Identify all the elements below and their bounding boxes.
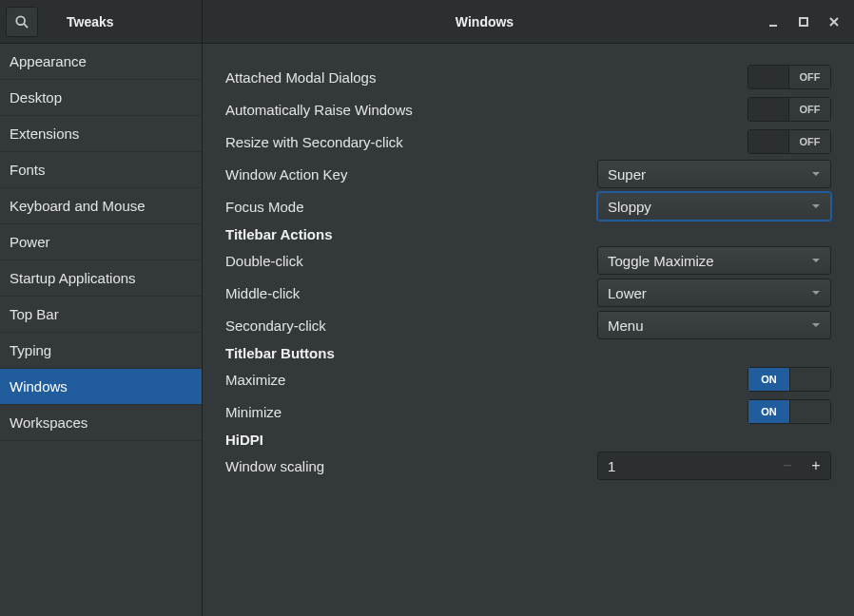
label-maximize: Maximize xyxy=(225,372,285,388)
sidebar-item-desktop[interactable]: Desktop xyxy=(0,80,202,116)
label-minimize: Minimize xyxy=(225,404,281,420)
window-controls xyxy=(767,15,854,29)
row-focus-mode: Focus Mode Sloppy xyxy=(225,190,831,222)
label-focus-mode: Focus Mode xyxy=(225,199,304,215)
section-titlebar-actions: Titlebar Actions xyxy=(225,226,831,242)
sidebar-item-windows[interactable]: Windows xyxy=(0,369,202,405)
dropdown-window-action-key[interactable]: Super xyxy=(597,160,831,188)
toggle-minimize[interactable]: ON xyxy=(747,399,831,424)
sidebar-item-keyboard-and-mouse[interactable]: Keyboard and Mouse xyxy=(0,188,202,224)
search-button[interactable] xyxy=(6,7,38,37)
titlebar: Tweaks Windows xyxy=(0,0,854,44)
dropdown-value: Sloppy xyxy=(608,199,651,215)
chevron-down-icon xyxy=(811,256,821,265)
label-secondary-click: Secondary-click xyxy=(225,318,326,334)
spinner-decrement[interactable]: − xyxy=(773,452,802,479)
minimize-window-button[interactable] xyxy=(767,15,780,29)
close-icon xyxy=(828,16,840,28)
sidebar-item-top-bar[interactable]: Top Bar xyxy=(0,297,202,333)
row-secondary-click: Secondary-click Menu xyxy=(225,309,831,341)
search-icon xyxy=(15,15,29,29)
sidebar-item-extensions[interactable]: Extensions xyxy=(0,116,202,152)
toggle-attached-modal[interactable]: OFF xyxy=(747,65,831,89)
toggle-auto-raise[interactable]: OFF xyxy=(747,97,831,122)
label-auto-raise: Automatically Raise Windows xyxy=(225,102,413,118)
svg-line-1 xyxy=(24,24,28,28)
titlebar-left: Tweaks xyxy=(0,0,203,43)
row-middle-click: Middle-click Lower xyxy=(225,277,831,309)
minus-icon: − xyxy=(783,457,791,474)
spinner-window-scaling[interactable]: 1 − + xyxy=(597,452,831,480)
toggle-resize-secondary[interactable]: OFF xyxy=(747,129,831,154)
section-titlebar-buttons: Titlebar Buttons xyxy=(225,345,831,361)
label-attached-modal: Attached Modal Dialogs xyxy=(225,69,376,86)
row-auto-raise: Automatically Raise Windows OFF xyxy=(225,93,831,125)
sidebar: Appearance Desktop Extensions Fonts Keyb… xyxy=(0,44,203,616)
content: Attached Modal Dialogs OFF Automatically… xyxy=(203,44,854,616)
chevron-down-icon xyxy=(811,288,821,298)
section-hidpi: HiDPI xyxy=(225,432,831,448)
dropdown-value: Toggle Maximize xyxy=(608,253,714,269)
main: Appearance Desktop Extensions Fonts Keyb… xyxy=(0,44,854,616)
dropdown-secondary-click[interactable]: Menu xyxy=(597,311,831,339)
sidebar-item-appearance[interactable]: Appearance xyxy=(0,44,202,80)
chevron-down-icon xyxy=(811,169,821,179)
app-title: Tweaks xyxy=(67,14,114,29)
spinner-value: 1 xyxy=(598,458,773,474)
dropdown-middle-click[interactable]: Lower xyxy=(597,279,831,307)
label-double-click: Double-click xyxy=(225,253,303,269)
row-maximize: Maximize ON xyxy=(225,363,831,395)
chevron-down-icon xyxy=(811,202,821,211)
sidebar-item-fonts[interactable]: Fonts xyxy=(0,152,202,188)
toggle-maximize[interactable]: ON xyxy=(747,367,831,392)
label-resize-secondary: Resize with Secondary-click xyxy=(225,134,403,150)
row-window-scaling: Window scaling 1 − + xyxy=(225,450,831,482)
chevron-down-icon xyxy=(811,320,821,330)
close-window-button[interactable] xyxy=(827,15,841,29)
page-title: Windows xyxy=(203,14,767,29)
label-middle-click: Middle-click xyxy=(225,285,300,301)
spinner-increment[interactable]: + xyxy=(802,452,830,479)
label-window-scaling: Window scaling xyxy=(225,458,324,474)
row-attached-modal: Attached Modal Dialogs OFF xyxy=(225,61,831,93)
svg-rect-3 xyxy=(800,18,807,26)
sidebar-item-typing[interactable]: Typing xyxy=(0,333,202,369)
sidebar-item-startup-applications[interactable]: Startup Applications xyxy=(0,260,202,297)
row-window-action-key: Window Action Key Super xyxy=(225,158,831,190)
svg-point-0 xyxy=(16,16,25,25)
row-double-click: Double-click Toggle Maximize xyxy=(225,244,831,277)
label-window-action-key: Window Action Key xyxy=(225,166,347,183)
maximize-window-button[interactable] xyxy=(797,15,810,29)
row-resize-secondary: Resize with Secondary-click OFF xyxy=(225,125,831,158)
sidebar-item-power[interactable]: Power xyxy=(0,224,202,260)
plus-icon: + xyxy=(811,457,820,474)
dropdown-value: Super xyxy=(608,166,646,183)
dropdown-value: Menu xyxy=(608,318,644,334)
minimize-icon xyxy=(767,16,779,28)
sidebar-item-workspaces[interactable]: Workspaces xyxy=(0,405,202,441)
dropdown-focus-mode[interactable]: Sloppy xyxy=(597,192,831,221)
dropdown-value: Lower xyxy=(608,285,647,301)
dropdown-double-click[interactable]: Toggle Maximize xyxy=(597,246,831,275)
row-minimize: Minimize ON xyxy=(225,395,831,428)
maximize-icon xyxy=(798,16,809,28)
